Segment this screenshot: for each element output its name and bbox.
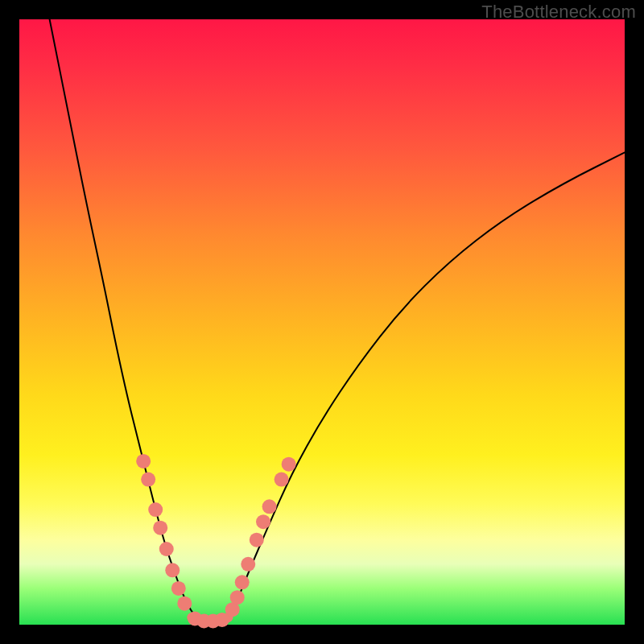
marker-point	[136, 454, 151, 469]
curve-lines	[50, 19, 625, 621]
plot-area	[19, 19, 625, 625]
chart-frame: TheBottleneck.com	[0, 0, 644, 644]
marker-point	[275, 473, 289, 487]
marker-point	[256, 514, 270, 529]
marker-point	[282, 457, 296, 472]
marker-point	[230, 590, 245, 605]
marker-point	[177, 597, 192, 611]
marker-point	[262, 499, 277, 514]
marker-point	[159, 542, 174, 556]
marker-point	[215, 613, 229, 627]
data-markers	[136, 454, 295, 629]
series-left-branch	[50, 19, 201, 621]
marker-point	[235, 575, 250, 589]
watermark-text: TheBottleneck.com	[481, 2, 636, 23]
marker-point	[153, 521, 167, 535]
marker-point	[250, 533, 264, 547]
marker-point	[141, 473, 155, 487]
series-right-branch	[225, 152, 625, 621]
marker-point	[165, 563, 180, 577]
marker-point	[148, 502, 163, 517]
marker-point	[171, 581, 186, 596]
chart-svg	[19, 19, 625, 625]
marker-point	[241, 557, 255, 572]
